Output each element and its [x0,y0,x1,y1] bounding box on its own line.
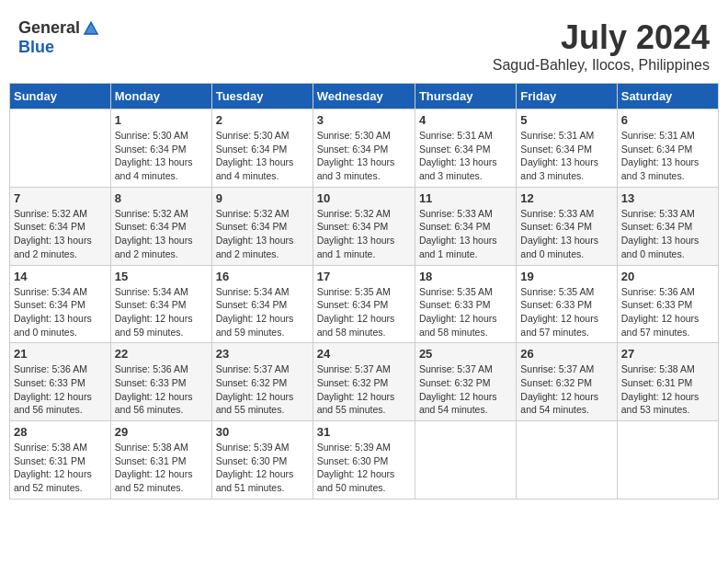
calendar-cell: 9Sunrise: 5:32 AMSunset: 6:34 PMDaylight… [211,187,313,265]
day-number: 18 [419,270,512,283]
day-info: Sunrise: 5:34 AMSunset: 6:34 PMDaylight:… [216,285,309,339]
calendar-cell: 12Sunrise: 5:33 AMSunset: 6:34 PMDayligh… [517,187,617,265]
calendar-cell: 26Sunrise: 5:37 AMSunset: 6:32 PMDayligh… [517,343,617,421]
calendar-week-3: 14Sunrise: 5:34 AMSunset: 6:34 PMDayligh… [10,265,719,343]
day-number: 11 [419,191,512,205]
logo-blue-text: Blue [18,38,54,57]
weekday-header-tuesday: Tuesday [211,84,313,109]
day-info: Sunrise: 5:36 AMSunset: 6:33 PMDaylight:… [621,285,714,339]
weekday-header-monday: Monday [110,84,211,109]
weekday-header-thursday: Thursday [415,84,516,109]
day-info: Sunrise: 5:35 AMSunset: 6:33 PMDaylight:… [520,285,612,339]
calendar-cell: 21Sunrise: 5:36 AMSunset: 6:33 PMDayligh… [10,343,111,421]
calendar-cell: 25Sunrise: 5:37 AMSunset: 6:32 PMDayligh… [415,343,516,421]
day-number: 20 [621,270,714,283]
day-number: 9 [216,191,309,205]
day-number: 13 [621,191,714,205]
day-info: Sunrise: 5:39 AMSunset: 6:30 PMDaylight:… [317,441,411,495]
calendar-cell: 17Sunrise: 5:35 AMSunset: 6:34 PMDayligh… [313,265,415,343]
calendar-cell: 2Sunrise: 5:30 AMSunset: 6:34 PMDaylight… [211,109,313,188]
day-info: Sunrise: 5:30 AMSunset: 6:34 PMDaylight:… [115,129,208,183]
day-number: 4 [419,113,512,127]
calendar-cell [415,421,516,500]
day-info: Sunrise: 5:35 AMSunset: 6:33 PMDaylight:… [419,285,512,339]
calendar-cell: 30Sunrise: 5:39 AMSunset: 6:30 PMDayligh… [211,421,313,500]
calendar-cell: 24Sunrise: 5:37 AMSunset: 6:32 PMDayligh… [313,343,415,421]
calendar-cell: 29Sunrise: 5:38 AMSunset: 6:31 PMDayligh… [110,421,211,500]
weekday-header-wednesday: Wednesday [313,84,415,109]
calendar-week-2: 7Sunrise: 5:32 AMSunset: 6:34 PMDaylight… [10,187,719,265]
location-text: Sagud-Bahley, Ilocos, Philippines [493,57,710,74]
day-number: 17 [317,270,411,283]
calendar-cell [617,421,718,500]
calendar-week-1: 1Sunrise: 5:30 AMSunset: 6:34 PMDaylight… [10,109,719,188]
day-number: 21 [14,347,107,361]
day-info: Sunrise: 5:38 AMSunset: 6:31 PMDaylight:… [14,441,107,495]
day-number: 5 [520,113,612,127]
calendar-cell: 19Sunrise: 5:35 AMSunset: 6:33 PMDayligh… [517,265,617,343]
day-info: Sunrise: 5:37 AMSunset: 6:32 PMDaylight:… [520,362,612,417]
calendar-cell: 4Sunrise: 5:31 AMSunset: 6:34 PMDaylight… [415,109,516,188]
calendar-cell: 6Sunrise: 5:31 AMSunset: 6:34 PMDaylight… [617,109,718,188]
calendar-cell: 22Sunrise: 5:36 AMSunset: 6:33 PMDayligh… [110,343,211,421]
day-info: Sunrise: 5:36 AMSunset: 6:33 PMDaylight:… [115,362,208,417]
day-number: 26 [520,347,612,361]
day-number: 31 [317,425,411,439]
day-info: Sunrise: 5:35 AMSunset: 6:34 PMDaylight:… [317,285,411,339]
logo-general-text: General [18,18,80,38]
day-info: Sunrise: 5:39 AMSunset: 6:30 PMDaylight:… [216,441,309,495]
day-number: 2 [216,113,309,127]
day-info: Sunrise: 5:34 AMSunset: 6:34 PMDaylight:… [115,285,208,339]
title-section: July 2024 Sagud-Bahley, Ilocos, Philippi… [493,18,710,74]
day-number: 6 [621,113,714,127]
day-info: Sunrise: 5:37 AMSunset: 6:32 PMDaylight:… [317,362,411,417]
day-info: Sunrise: 5:32 AMSunset: 6:34 PMDaylight:… [216,207,309,261]
weekday-header-saturday: Saturday [617,84,718,109]
weekday-header-sunday: Sunday [10,84,111,109]
day-info: Sunrise: 5:32 AMSunset: 6:34 PMDaylight:… [115,207,208,261]
day-number: 10 [317,191,411,205]
calendar-cell: 31Sunrise: 5:39 AMSunset: 6:30 PMDayligh… [313,421,415,500]
day-info: Sunrise: 5:31 AMSunset: 6:34 PMDaylight:… [621,129,714,183]
day-info: Sunrise: 5:30 AMSunset: 6:34 PMDaylight:… [317,129,411,183]
calendar-cell [10,109,111,188]
weekday-header-friday: Friday [517,84,617,109]
calendar-cell: 27Sunrise: 5:38 AMSunset: 6:31 PMDayligh… [617,343,718,421]
day-info: Sunrise: 5:38 AMSunset: 6:31 PMDaylight:… [115,441,208,495]
calendar-cell [517,421,617,500]
day-number: 3 [317,113,411,127]
calendar-cell: 8Sunrise: 5:32 AMSunset: 6:34 PMDaylight… [110,187,211,265]
day-number: 16 [216,270,309,283]
day-number: 22 [115,347,208,361]
day-info: Sunrise: 5:31 AMSunset: 6:34 PMDaylight:… [520,129,612,183]
day-info: Sunrise: 5:38 AMSunset: 6:31 PMDaylight:… [621,362,714,417]
day-info: Sunrise: 5:34 AMSunset: 6:34 PMDaylight:… [14,285,107,339]
day-info: Sunrise: 5:33 AMSunset: 6:34 PMDaylight:… [520,207,612,261]
day-number: 12 [520,191,612,205]
calendar-week-5: 28Sunrise: 5:38 AMSunset: 6:31 PMDayligh… [10,421,719,500]
weekday-header-row: SundayMondayTuesdayWednesdayThursdayFrid… [10,84,719,109]
day-number: 15 [115,270,208,283]
logo: General Blue [18,18,100,57]
calendar-cell: 16Sunrise: 5:34 AMSunset: 6:34 PMDayligh… [211,265,313,343]
day-number: 1 [115,113,208,127]
logo-icon [82,19,100,38]
day-number: 25 [419,347,512,361]
calendar-cell: 3Sunrise: 5:30 AMSunset: 6:34 PMDaylight… [313,109,415,188]
day-info: Sunrise: 5:33 AMSunset: 6:34 PMDaylight:… [419,207,512,261]
day-number: 27 [621,347,714,361]
day-number: 30 [216,425,309,439]
day-info: Sunrise: 5:31 AMSunset: 6:34 PMDaylight:… [419,129,512,183]
day-number: 19 [520,270,612,283]
calendar-cell: 15Sunrise: 5:34 AMSunset: 6:34 PMDayligh… [110,265,211,343]
day-number: 24 [317,347,411,361]
day-number: 7 [14,191,107,205]
calendar-cell: 10Sunrise: 5:32 AMSunset: 6:34 PMDayligh… [313,187,415,265]
calendar-cell: 7Sunrise: 5:32 AMSunset: 6:34 PMDaylight… [10,187,111,265]
day-info: Sunrise: 5:32 AMSunset: 6:34 PMDaylight:… [317,207,411,261]
day-info: Sunrise: 5:30 AMSunset: 6:34 PMDaylight:… [216,129,309,183]
calendar-table: SundayMondayTuesdayWednesdayThursdayFrid… [9,83,719,500]
page-header: General Blue July 2024 Sagud-Bahley, Ilo… [9,9,719,78]
day-number: 14 [14,270,107,283]
day-info: Sunrise: 5:32 AMSunset: 6:34 PMDaylight:… [14,207,107,261]
